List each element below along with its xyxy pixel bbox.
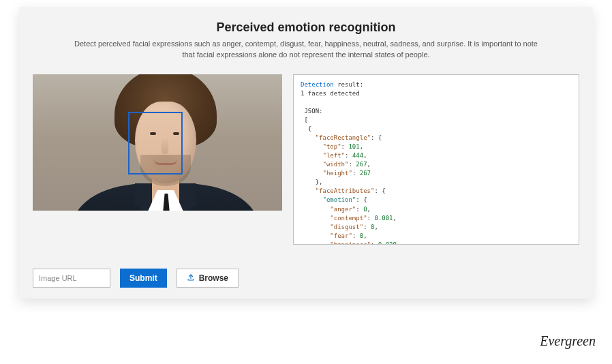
content-row: Detection result: 1 faces detected JSON:…: [33, 74, 579, 245]
image-url-input[interactable]: [33, 269, 110, 288]
detection-result-json[interactable]: Detection result: 1 faces detected JSON:…: [293, 74, 579, 245]
controls-row: Submit Browse: [33, 269, 239, 288]
upload-icon: [187, 273, 195, 284]
browse-button-label: Browse: [199, 273, 228, 283]
page-subtitle: Detect perceived facial expressions such…: [74, 39, 538, 61]
demo-panel: Perceived emotion recognition Detect per…: [19, 7, 593, 299]
browse-button[interactable]: Browse: [177, 269, 239, 288]
input-image: [33, 74, 282, 211]
page-title: Perceived emotion recognition: [33, 20, 579, 35]
submit-button[interactable]: Submit: [120, 269, 167, 288]
face-detection-box: [128, 112, 183, 175]
watermark: Evergreen: [540, 333, 596, 349]
